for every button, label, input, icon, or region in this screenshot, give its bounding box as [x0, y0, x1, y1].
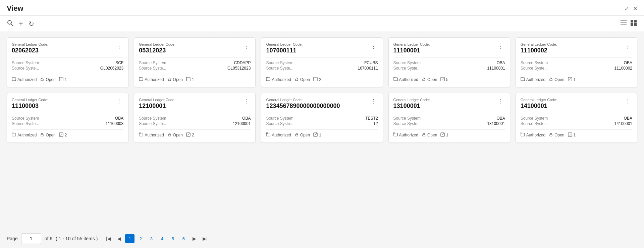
source-syste-row: Source Syste... 11100001 — [393, 66, 505, 71]
lock-text: Open — [427, 133, 437, 137]
card-item[interactable]: General Ledger Code: 13100001 ⋮ Source S… — [388, 93, 510, 143]
page-btn-2[interactable]: 2 — [136, 234, 145, 243]
status-text: Authorized — [526, 77, 545, 82]
card-item[interactable]: General Ledger Code: 11100002 ⋮ Source S… — [516, 37, 637, 87]
card-gl-label: General Ledger Code: — [12, 42, 48, 46]
edit-count-text: 1 — [319, 133, 321, 137]
grid-view-toggle[interactable] — [630, 19, 637, 28]
close-icon[interactable]: ✕ — [633, 5, 637, 12]
card-footer: Authorized Open 1 — [521, 129, 632, 138]
page-btn-1[interactable]: 1 — [125, 234, 135, 243]
card-menu-btn[interactable]: ⋮ — [624, 42, 632, 50]
card-item[interactable]: General Ledger Code: 05312023 ⋮ Source S… — [134, 37, 256, 87]
card-menu-btn[interactable]: ⋮ — [115, 98, 123, 105]
card-menu-btn[interactable]: ⋮ — [242, 98, 251, 105]
lock-icon — [422, 77, 426, 82]
search-icon[interactable] — [7, 19, 13, 28]
card-fields: Source System OBA Source Syste... 141000… — [521, 113, 632, 126]
page-btn-3[interactable]: 3 — [147, 234, 156, 243]
svg-rect-2 — [621, 20, 627, 21]
edit-count-text: 1 — [574, 133, 576, 137]
source-syste-label: Source Syste... — [139, 66, 167, 71]
lock-text: Open — [554, 77, 564, 82]
source-system-row: Source System OBA — [393, 116, 505, 121]
pagination: Page of 6 ( 1 - 10 of 55 items ) |◀ ◀ 1 … — [0, 229, 644, 248]
edit-icon — [59, 77, 63, 82]
card-gl-value: 11100003 — [12, 102, 39, 109]
card-item[interactable]: General Ledger Code: 12100001 ⋮ Source S… — [134, 93, 256, 143]
card-menu-btn[interactable]: ⋮ — [496, 98, 505, 105]
prev-page-btn[interactable]: ◀ — [114, 234, 124, 243]
card-gl-value: 14100001 — [521, 102, 547, 109]
card-footer: Authorized Open 5 — [393, 74, 505, 82]
status-text: Authorized — [272, 133, 291, 137]
lock-text: Open — [300, 133, 310, 137]
add-icon[interactable]: + — [19, 20, 23, 28]
refresh-icon[interactable]: ↻ — [29, 20, 34, 28]
edit-icon — [440, 132, 445, 138]
lock-text: Open — [427, 77, 437, 82]
source-syste-label: Source Syste... — [139, 121, 167, 126]
resize-icon[interactable]: ⤢ — [625, 5, 629, 12]
card-menu-btn[interactable]: ⋮ — [242, 42, 251, 50]
status-badge: Authorized — [139, 77, 164, 82]
edit-icon — [313, 132, 318, 138]
card-item[interactable]: General Ledger Code: 1234567890000000000… — [261, 93, 383, 143]
lock-icon — [294, 77, 299, 82]
card-fields: Source System OBA Source Syste... 111000… — [12, 113, 123, 126]
source-system-label: Source System — [266, 60, 294, 65]
source-syste-row: Source Syste... GL02062023 — [12, 66, 123, 71]
card-menu-btn[interactable]: ⋮ — [369, 42, 378, 50]
card-menu-btn[interactable]: ⋮ — [496, 42, 505, 50]
card-menu-btn[interactable]: ⋮ — [115, 42, 123, 50]
source-syste-label: Source Syste... — [12, 66, 40, 71]
status-text: Authorized — [399, 77, 418, 82]
pagination-nav: |◀ ◀ 1 2 3 4 5 6 ▶ ▶| — [104, 234, 210, 243]
source-system-value: OBA — [549, 116, 632, 121]
edit-count-text: 1 — [446, 133, 448, 137]
last-page-btn[interactable]: ▶| — [200, 234, 210, 243]
list-view-toggle[interactable] — [620, 19, 627, 28]
card-gl-value: 12100001 — [139, 102, 166, 109]
svg-rect-6 — [634, 20, 637, 23]
lock-icon — [40, 132, 44, 138]
edit-count: 1 — [59, 77, 67, 82]
card-item[interactable]: General Ledger Code: 11100001 ⋮ Source S… — [388, 37, 510, 87]
card-fields: Source System TEST2 Source Syste... 12 — [266, 113, 378, 126]
svg-rect-44 — [266, 133, 270, 136]
svg-rect-24 — [394, 78, 397, 81]
card-item[interactable]: General Ledger Code: 107000111 ⋮ Source … — [261, 37, 383, 87]
next-page-btn[interactable]: ▶ — [190, 234, 199, 243]
card-fields: Source System OBA Source Syste... 121000… — [139, 113, 251, 126]
card-gl-value: 05312023 — [139, 47, 166, 54]
card-item[interactable]: General Ledger Code: 11100003 ⋮ Source S… — [7, 93, 128, 143]
card-header-left: General Ledger Code: 11100003 — [12, 98, 48, 110]
card-header-left: General Ledger Code: 02062023 — [12, 42, 48, 54]
card-menu-btn[interactable]: ⋮ — [624, 98, 632, 105]
page-of: of 6 — [45, 236, 52, 241]
card-fields: Source System OBA Source Syste... 131000… — [393, 113, 505, 126]
card-gl-label: General Ledger Code: — [266, 98, 340, 102]
page-btn-6[interactable]: 6 — [179, 234, 188, 243]
card-footer: Authorized Open 1 — [139, 74, 251, 82]
first-page-btn[interactable]: |◀ — [104, 234, 113, 243]
edit-count: 1 — [186, 77, 194, 82]
page-btn-4[interactable]: 4 — [157, 234, 167, 243]
card-header-left: General Ledger Code: 1234567890000000000… — [266, 98, 340, 110]
toolbar: + ↻ — [0, 16, 644, 32]
card-item[interactable]: General Ledger Code: 02062023 ⋮ Source S… — [7, 37, 128, 87]
card-fields: Source System OBA Source Syste... 111000… — [393, 57, 505, 71]
card-gl-label: General Ledger Code: — [521, 42, 557, 46]
card-header: General Ledger Code: 13100001 ⋮ — [393, 98, 505, 110]
page-btn-5[interactable]: 5 — [168, 234, 177, 243]
card-item[interactable]: General Ledger Code: 14100001 ⋮ Source S… — [516, 93, 637, 143]
card-gl-value: 13100001 — [393, 102, 420, 109]
lock-text: Open — [173, 77, 183, 82]
edit-count-text: 1 — [574, 77, 576, 82]
page-input[interactable] — [21, 233, 41, 244]
source-system-value: CDDAPP — [167, 60, 251, 65]
svg-rect-19 — [266, 78, 270, 81]
svg-line-1 — [11, 24, 13, 26]
card-fields: Source System OBA Source Syste... 111000… — [521, 57, 632, 71]
card-menu-btn[interactable]: ⋮ — [369, 98, 378, 105]
